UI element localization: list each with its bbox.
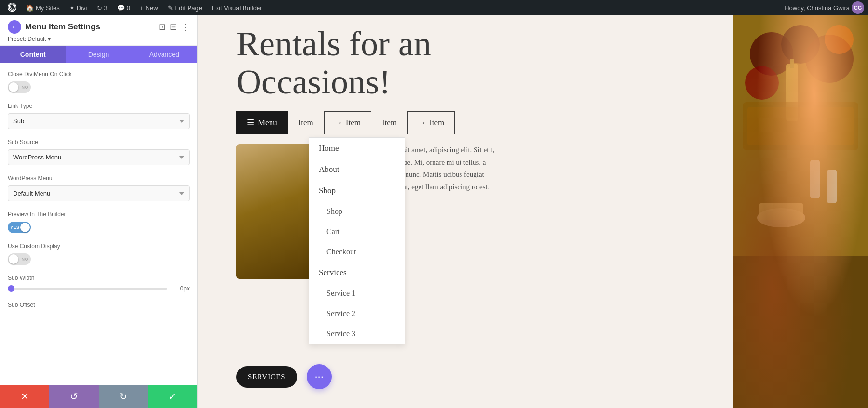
wp-icon [8,3,16,13]
nav-item-1-label: Item [298,118,313,128]
sub-width-row: 0px [8,285,190,292]
nav-item-1[interactable]: Item [288,111,324,134]
panel-header: ← Menu Item Settings ⊡ ⊟ ⋮ Preset: Defau… [0,15,197,46]
wordpress-menu-label: WordPress Menu [8,175,190,182]
nav-item-2-highlighted[interactable]: → Item [324,111,371,134]
wordpress-menu-select[interactable]: Default Menu Primary Menu [8,185,190,201]
dropdown-about[interactable]: About [309,159,405,180]
svg-rect-22 [827,170,837,203]
exit-builder-button[interactable]: Exit Visual Builder [208,0,266,15]
panel-footer: ✕ ↺ ↻ ✓ [0,385,197,408]
link-type-select[interactable]: Sub URL Page [8,113,190,129]
tab-content[interactable]: Content [0,46,66,63]
svg-rect-20 [747,107,854,145]
custom-display-label: Use Custom Display [8,243,190,250]
dropdown-home[interactable]: Home [309,138,405,159]
howdy-text: Howdy, Christina Gwira [785,4,850,12]
dropdown-service3[interactable]: Service 3 [309,324,405,344]
dropdown-services[interactable]: Services [309,262,405,283]
svg-point-15 [745,66,779,100]
nav-item-3[interactable]: Item [371,111,407,134]
svg-point-16 [825,25,854,54]
svg-rect-6 [275,219,284,238]
my-sites-button[interactable]: 🏠 My Sites [22,0,64,15]
cancel-button[interactable]: ✕ [0,385,49,408]
revisions-icon: ↻ [97,4,102,12]
dropdown-shop-sub[interactable]: Shop [309,201,405,222]
hero-heading-line2: Occasions! [236,63,391,101]
wp-logo-button[interactable] [4,0,20,15]
comments-icon: 💬 [117,4,125,12]
confirm-button[interactable]: ✓ [148,385,197,408]
preset-label: Preset: Default [8,36,46,42]
hero-heading-line1: Rentals for an [236,25,431,63]
sub-source-select[interactable]: WordPress Menu Custom [8,149,190,165]
revisions-count: 3 [104,4,108,12]
undo-button[interactable]: ↺ [49,385,98,408]
nav-menu-button[interactable]: ☰ Menu [236,111,288,134]
cancel-icon: ✕ [21,391,29,402]
bottom-area: SERVICES ··· [198,345,733,408]
dropdown-service2[interactable]: Service 2 [309,303,405,324]
sub-source-label: Sub Source [8,139,190,145]
svg-rect-19 [743,102,858,150]
services-button[interactable]: SERVICES [236,366,297,388]
comments-button[interactable]: 💬 0 [113,0,134,15]
sub-offset-label: Sub Offset [8,302,190,308]
svg-rect-25 [733,256,868,408]
nav-item-2-label: Item [346,118,361,128]
my-sites-label: My Sites [36,4,60,12]
confirm-icon: ✓ [168,391,176,402]
nav-item-4-highlighted[interactable]: → Item [407,111,455,134]
sub-width-value: 0px [172,285,190,292]
back-arrow-icon: ← [11,23,18,31]
dropdown-service1[interactable]: Service 1 [309,283,405,303]
svg-rect-11 [733,15,868,408]
toggle-yes-text: YES [10,225,20,230]
exit-builder-label: Exit Visual Builder [212,4,262,12]
panel-preset[interactable]: Preset: Default ▾ [8,36,190,42]
preview-builder-label: Preview in the Builder [8,211,190,218]
svg-rect-21 [810,160,820,198]
preview-builder-group: Preview in the Builder YES [8,211,190,233]
floating-action-button[interactable]: ··· [307,364,332,389]
menu-label: Menu [258,118,277,128]
redo-button[interactable]: ↻ [99,385,148,408]
admin-bar: 🏠 My Sites ✦ Divi ↻ 3 💬 0 + New ✎ Edit P… [0,0,868,15]
preview-builder-toggle[interactable]: YES [8,222,31,233]
edit-page-button[interactable]: ✎ Edit Page [164,0,206,15]
sub-width-slider[interactable] [8,288,167,290]
tab-design[interactable]: Design [66,46,131,63]
new-button[interactable]: + New [136,0,162,15]
svg-point-12 [750,32,793,76]
wordpress-menu-group: WordPress Menu Default Menu Primary Menu [8,175,190,201]
custom-display-toggle[interactable]: NO [8,253,31,265]
revisions-button[interactable]: ↻ 3 [93,0,111,15]
panel-title: Menu Item Settings [25,22,155,32]
close-on-click-toggle[interactable]: NO [8,81,31,93]
dropdown-cart[interactable]: Cart [309,222,405,242]
services-label: SERVICES [248,373,285,381]
panel-back-button[interactable]: ← [8,20,21,34]
dropdown-shop[interactable]: Shop [309,180,405,201]
panel-title-row: ← Menu Item Settings ⊡ ⊟ ⋮ [8,20,190,34]
svg-rect-18 [790,59,794,68]
main-layout: ← Menu Item Settings ⊡ ⊟ ⋮ Preset: Defau… [0,15,868,408]
layout-icon[interactable]: ⊟ [170,22,177,32]
edit-page-label: Edit Page [175,4,202,12]
more-icon[interactable]: ⋮ [181,22,190,32]
sub-width-group: Sub Width 0px [8,275,190,292]
my-sites-icon: 🏠 [26,4,34,12]
svg-point-23 [757,208,805,227]
toggle-knob-off [9,254,18,264]
dots-icon: ··· [314,370,323,383]
nav-arrow-4: → [418,118,426,128]
capture-icon[interactable]: ⊡ [159,22,166,32]
divi-button[interactable]: ✦ Divi [66,0,91,15]
svg-rect-24 [760,203,803,220]
sub-width-label: Sub Width [8,275,190,281]
svg-point-13 [781,25,820,64]
undo-icon: ↺ [70,391,78,402]
tab-advanced[interactable]: Advanced [132,46,197,63]
dropdown-checkout[interactable]: Checkout [309,242,405,262]
